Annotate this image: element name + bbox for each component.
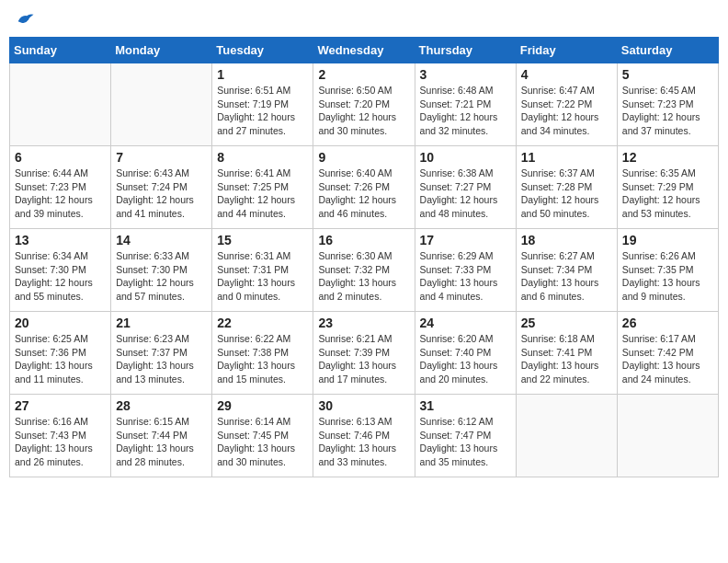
- day-info: Sunrise: 6:43 AM Sunset: 7:24 PM Dayligh…: [116, 167, 207, 221]
- day-number: 31: [420, 398, 511, 413]
- calendar-cell: 30Sunrise: 6:13 AM Sunset: 7:46 PM Dayli…: [313, 395, 415, 477]
- calendar-cell: 2Sunrise: 6:50 AM Sunset: 7:20 PM Daylig…: [313, 63, 415, 146]
- calendar-cell: 10Sunrise: 6:38 AM Sunset: 7:27 PM Dayli…: [415, 146, 516, 229]
- day-number: 7: [116, 150, 207, 165]
- calendar-cell: [10, 63, 111, 146]
- calendar-cell: 27Sunrise: 6:16 AM Sunset: 7:43 PM Dayli…: [10, 395, 111, 477]
- day-number: 23: [318, 316, 409, 330]
- calendar-cell: 6Sunrise: 6:44 AM Sunset: 7:23 PM Daylig…: [10, 146, 111, 229]
- calendar-cell: 7Sunrise: 6:43 AM Sunset: 7:24 PM Daylig…: [111, 146, 212, 229]
- day-number: 24: [420, 316, 511, 330]
- calendar-cell: 3Sunrise: 6:48 AM Sunset: 7:21 PM Daylig…: [415, 63, 516, 146]
- week-row-4: 20Sunrise: 6:25 AM Sunset: 7:36 PM Dayli…: [10, 312, 719, 395]
- day-info: Sunrise: 6:12 AM Sunset: 7:47 PM Dayligh…: [420, 415, 511, 469]
- day-info: Sunrise: 6:45 AM Sunset: 7:23 PM Dayligh…: [622, 84, 713, 138]
- day-number: 2: [318, 67, 409, 82]
- logo-bird-icon: [15, 9, 35, 29]
- day-number: 27: [15, 398, 106, 413]
- calendar-cell: 5Sunrise: 6:45 AM Sunset: 7:23 PM Daylig…: [617, 63, 718, 146]
- calendar-cell: 20Sunrise: 6:25 AM Sunset: 7:36 PM Dayli…: [10, 312, 111, 395]
- calendar-cell: 15Sunrise: 6:31 AM Sunset: 7:31 PM Dayli…: [212, 229, 313, 312]
- day-info: Sunrise: 6:23 AM Sunset: 7:37 PM Dayligh…: [116, 332, 207, 386]
- day-info: Sunrise: 6:33 AM Sunset: 7:30 PM Dayligh…: [116, 249, 207, 304]
- col-header-friday: Friday: [516, 38, 617, 63]
- day-info: Sunrise: 6:40 AM Sunset: 7:26 PM Dayligh…: [318, 167, 409, 221]
- calendar-cell: 21Sunrise: 6:23 AM Sunset: 7:37 PM Dayli…: [111, 312, 212, 395]
- day-number: 15: [217, 233, 308, 247]
- day-number: 14: [116, 233, 207, 247]
- day-number: 3: [420, 67, 511, 82]
- col-header-monday: Monday: [111, 38, 212, 63]
- day-info: Sunrise: 6:37 AM Sunset: 7:28 PM Dayligh…: [521, 167, 612, 221]
- calendar-header-row: SundayMondayTuesdayWednesdayThursdayFrid…: [10, 38, 719, 63]
- day-number: 12: [622, 150, 713, 165]
- calendar-cell: 22Sunrise: 6:22 AM Sunset: 7:38 PM Dayli…: [212, 312, 313, 395]
- day-number: 17: [420, 233, 511, 247]
- day-info: Sunrise: 6:47 AM Sunset: 7:22 PM Dayligh…: [521, 84, 612, 138]
- day-info: Sunrise: 6:34 AM Sunset: 7:30 PM Dayligh…: [15, 249, 106, 304]
- day-info: Sunrise: 6:13 AM Sunset: 7:46 PM Dayligh…: [318, 415, 409, 469]
- calendar-table: SundayMondayTuesdayWednesdayThursdayFrid…: [9, 37, 719, 477]
- week-row-1: 1Sunrise: 6:51 AM Sunset: 7:19 PM Daylig…: [10, 63, 719, 146]
- calendar-cell: 25Sunrise: 6:18 AM Sunset: 7:41 PM Dayli…: [516, 312, 617, 395]
- calendar-cell: 24Sunrise: 6:20 AM Sunset: 7:40 PM Dayli…: [415, 312, 516, 395]
- day-number: 4: [521, 67, 612, 82]
- day-info: Sunrise: 6:35 AM Sunset: 7:29 PM Dayligh…: [622, 167, 713, 221]
- header: [9, 9, 719, 29]
- calendar-cell: 1Sunrise: 6:51 AM Sunset: 7:19 PM Daylig…: [212, 63, 313, 146]
- day-number: 25: [521, 316, 612, 330]
- week-row-3: 13Sunrise: 6:34 AM Sunset: 7:30 PM Dayli…: [10, 229, 719, 312]
- day-info: Sunrise: 6:16 AM Sunset: 7:43 PM Dayligh…: [15, 415, 106, 469]
- week-row-5: 27Sunrise: 6:16 AM Sunset: 7:43 PM Dayli…: [10, 395, 719, 477]
- day-number: 13: [15, 233, 106, 247]
- day-number: 1: [217, 67, 308, 82]
- calendar-cell: 13Sunrise: 6:34 AM Sunset: 7:30 PM Dayli…: [10, 229, 111, 312]
- calendar-cell: [111, 63, 212, 146]
- calendar-cell: [617, 395, 718, 477]
- calendar-cell: 9Sunrise: 6:40 AM Sunset: 7:26 PM Daylig…: [313, 146, 415, 229]
- day-number: 20: [15, 316, 106, 330]
- day-info: Sunrise: 6:38 AM Sunset: 7:27 PM Dayligh…: [420, 167, 511, 221]
- calendar-cell: [516, 395, 617, 477]
- day-info: Sunrise: 6:30 AM Sunset: 7:32 PM Dayligh…: [318, 249, 409, 304]
- day-number: 21: [116, 316, 207, 330]
- calendar-cell: 11Sunrise: 6:37 AM Sunset: 7:28 PM Dayli…: [516, 146, 617, 229]
- day-info: Sunrise: 6:41 AM Sunset: 7:25 PM Dayligh…: [217, 167, 308, 221]
- calendar-cell: 14Sunrise: 6:33 AM Sunset: 7:30 PM Dayli…: [111, 229, 212, 312]
- day-info: Sunrise: 6:26 AM Sunset: 7:35 PM Dayligh…: [622, 249, 713, 304]
- calendar-cell: 31Sunrise: 6:12 AM Sunset: 7:47 PM Dayli…: [415, 395, 516, 477]
- day-number: 10: [420, 150, 511, 165]
- calendar-cell: 29Sunrise: 6:14 AM Sunset: 7:45 PM Dayli…: [212, 395, 313, 477]
- calendar-cell: 16Sunrise: 6:30 AM Sunset: 7:32 PM Dayli…: [313, 229, 415, 312]
- week-row-2: 6Sunrise: 6:44 AM Sunset: 7:23 PM Daylig…: [10, 146, 719, 229]
- col-header-saturday: Saturday: [617, 38, 718, 63]
- day-number: 29: [217, 398, 308, 413]
- day-number: 8: [217, 150, 308, 165]
- day-info: Sunrise: 6:25 AM Sunset: 7:36 PM Dayligh…: [15, 332, 106, 386]
- calendar-cell: 19Sunrise: 6:26 AM Sunset: 7:35 PM Dayli…: [617, 229, 718, 312]
- col-header-thursday: Thursday: [415, 38, 516, 63]
- day-info: Sunrise: 6:27 AM Sunset: 7:34 PM Dayligh…: [521, 249, 612, 304]
- calendar-cell: 18Sunrise: 6:27 AM Sunset: 7:34 PM Dayli…: [516, 229, 617, 312]
- day-number: 5: [622, 67, 713, 82]
- day-info: Sunrise: 6:50 AM Sunset: 7:20 PM Dayligh…: [318, 84, 409, 138]
- day-number: 11: [521, 150, 612, 165]
- day-number: 6: [15, 150, 106, 165]
- day-number: 28: [116, 398, 207, 413]
- day-number: 9: [318, 150, 409, 165]
- logo: [13, 9, 35, 29]
- col-header-tuesday: Tuesday: [212, 38, 313, 63]
- calendar-cell: 17Sunrise: 6:29 AM Sunset: 7:33 PM Dayli…: [415, 229, 516, 312]
- calendar-cell: 28Sunrise: 6:15 AM Sunset: 7:44 PM Dayli…: [111, 395, 212, 477]
- day-info: Sunrise: 6:31 AM Sunset: 7:31 PM Dayligh…: [217, 249, 308, 304]
- calendar-cell: 26Sunrise: 6:17 AM Sunset: 7:42 PM Dayli…: [617, 312, 718, 395]
- day-info: Sunrise: 6:29 AM Sunset: 7:33 PM Dayligh…: [420, 249, 511, 304]
- day-info: Sunrise: 6:20 AM Sunset: 7:40 PM Dayligh…: [420, 332, 511, 386]
- day-info: Sunrise: 6:17 AM Sunset: 7:42 PM Dayligh…: [622, 332, 713, 386]
- day-info: Sunrise: 6:51 AM Sunset: 7:19 PM Dayligh…: [217, 84, 308, 138]
- day-number: 18: [521, 233, 612, 247]
- day-info: Sunrise: 6:44 AM Sunset: 7:23 PM Dayligh…: [15, 167, 106, 221]
- calendar-cell: 8Sunrise: 6:41 AM Sunset: 7:25 PM Daylig…: [212, 146, 313, 229]
- day-info: Sunrise: 6:18 AM Sunset: 7:41 PM Dayligh…: [521, 332, 612, 386]
- calendar-cell: 23Sunrise: 6:21 AM Sunset: 7:39 PM Dayli…: [313, 312, 415, 395]
